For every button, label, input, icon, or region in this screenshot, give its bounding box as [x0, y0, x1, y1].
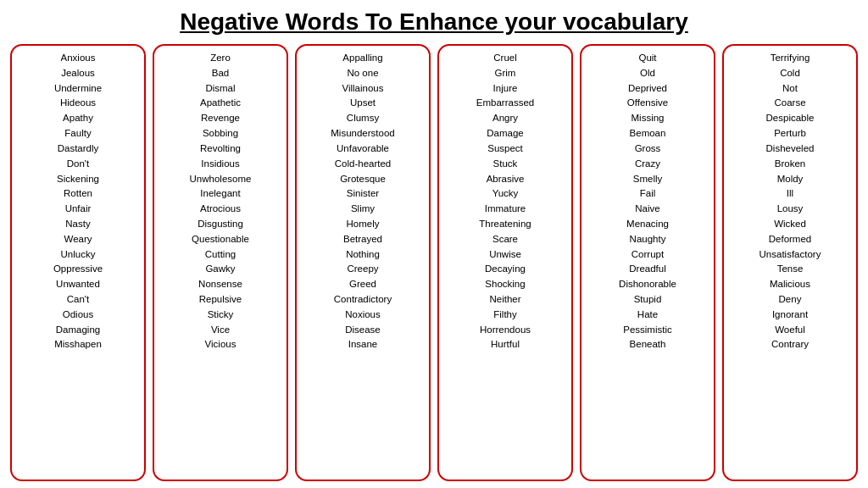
word-item: Gawky	[205, 262, 235, 277]
word-item: Unwanted	[56, 277, 100, 292]
word-item: Cold-hearted	[335, 157, 391, 172]
word-item: Gross	[635, 141, 661, 157]
word-item: Apathy	[63, 111, 93, 126]
word-item: Offensive	[627, 96, 668, 111]
page: Negative Words To Enhance your vocabular…	[0, 0, 868, 488]
word-item: Repulsive	[199, 292, 242, 308]
word-item: Atrocious	[200, 202, 241, 217]
word-item: Hurtful	[491, 337, 520, 352]
word-item: Crazy	[635, 157, 660, 172]
word-item: Woeful	[775, 323, 805, 338]
word-item: Insane	[348, 337, 378, 352]
word-item: Hate	[637, 308, 658, 323]
word-item: Ignorant	[772, 308, 808, 323]
word-item: Inelegant	[200, 186, 240, 202]
word-item: Injure	[493, 81, 518, 97]
word-item: Clumsy	[347, 111, 379, 126]
page-title: Negative Words To Enhance your vocabular…	[180, 8, 688, 36]
word-item: Despicable	[766, 111, 815, 126]
word-item: Zero	[210, 51, 231, 66]
word-item: Villainous	[342, 81, 383, 97]
word-item: Apathetic	[200, 96, 241, 111]
column-1: AnxiousJealousUndermineHideousApathyFaul…	[10, 44, 146, 481]
word-item: Beneath	[630, 337, 666, 352]
word-item: Oppressive	[53, 262, 103, 277]
word-item: Unwholesome	[190, 172, 252, 187]
word-item: Fail	[640, 186, 656, 202]
word-item: Wicked	[774, 217, 806, 232]
word-item: Sinister	[347, 186, 379, 202]
word-item: Unwise	[489, 247, 521, 263]
word-item: Weary	[64, 232, 92, 247]
word-item: Disgusting	[198, 217, 243, 232]
word-item: Menacing	[626, 217, 669, 232]
word-item: Grim	[495, 66, 516, 81]
word-item: Embarrassed	[476, 96, 534, 111]
word-item: Disheveled	[766, 141, 815, 157]
word-item: Stuck	[493, 157, 518, 172]
word-item: Naughty	[630, 232, 666, 247]
word-item: Abrasive	[487, 172, 525, 187]
word-item: Stupid	[634, 292, 662, 308]
word-item: Ill	[787, 186, 793, 202]
word-item: Damage	[487, 126, 523, 141]
word-item: Nothing	[346, 247, 380, 263]
word-item: Yucky	[492, 186, 519, 202]
word-item: Contradictory	[334, 292, 392, 308]
word-item: Questionable	[192, 232, 249, 247]
word-item: Appalling	[342, 51, 382, 66]
word-item: No one	[347, 66, 378, 81]
word-item: Smelly	[633, 172, 663, 187]
word-item: Unlucky	[61, 247, 96, 263]
word-item: Damaging	[56, 323, 100, 338]
word-item: Unfavorable	[337, 141, 389, 157]
word-item: Can't	[67, 292, 90, 308]
word-item: Undermine	[54, 81, 102, 97]
word-item: Rotten	[64, 186, 92, 202]
columns-container: AnxiousJealousUndermineHideousApathyFaul…	[10, 44, 858, 481]
word-item: Noxious	[345, 308, 381, 323]
word-item: Pessimistic	[623, 323, 672, 338]
word-item: Cutting	[205, 247, 236, 263]
word-item: Vicious	[205, 337, 236, 352]
word-item: Bad	[212, 66, 229, 81]
column-5: QuitOldDeprivedOffensiveMissingBemoanGro…	[580, 44, 715, 481]
word-item: Revolting	[200, 141, 241, 157]
word-item: Moldy	[777, 172, 804, 187]
word-item: Dismal	[205, 81, 235, 97]
word-item: Slimy	[351, 202, 375, 217]
word-item: Unsatisfactory	[760, 247, 821, 263]
word-item: Sobbing	[203, 126, 238, 141]
word-item: Nonsense	[198, 277, 242, 292]
word-item: Unfair	[65, 202, 92, 217]
word-item: Homely	[347, 217, 380, 232]
word-item: Vice	[211, 323, 230, 338]
word-item: Grotesque	[340, 172, 386, 187]
column-6: TerrifyingColdNotCoarseDespicablePerturb…	[722, 44, 858, 481]
word-item: Missing	[632, 111, 665, 126]
word-item: Insidious	[201, 157, 239, 172]
word-item: Don't	[67, 157, 90, 172]
word-item: Faulty	[64, 126, 91, 141]
word-item: Neither	[489, 292, 520, 308]
word-item: Suspect	[487, 141, 523, 157]
word-item: Scare	[492, 232, 518, 247]
word-item: Deprived	[628, 81, 667, 97]
word-item: Greed	[349, 277, 376, 292]
word-item: Tense	[777, 262, 804, 277]
word-item: Disease	[345, 323, 381, 338]
word-item: Dishonorable	[619, 277, 676, 292]
word-item: Lousy	[777, 202, 804, 217]
word-item: Coarse	[774, 96, 805, 111]
word-item: Broken	[775, 157, 805, 172]
word-item: Bemoan	[630, 126, 666, 141]
word-item: Immature	[485, 202, 526, 217]
word-item: Decaying	[485, 262, 526, 277]
word-item: Quit	[638, 51, 656, 66]
column-2: ZeroBadDismalApatheticRevengeSobbingRevo…	[153, 44, 288, 481]
word-item: Hideous	[60, 96, 96, 111]
word-item: Upset	[350, 96, 376, 111]
word-item: Sickening	[57, 172, 99, 187]
column-4: CruelGrimInjureEmbarrassedAngryDamageSus…	[437, 44, 573, 481]
word-item: Jealous	[61, 66, 95, 81]
